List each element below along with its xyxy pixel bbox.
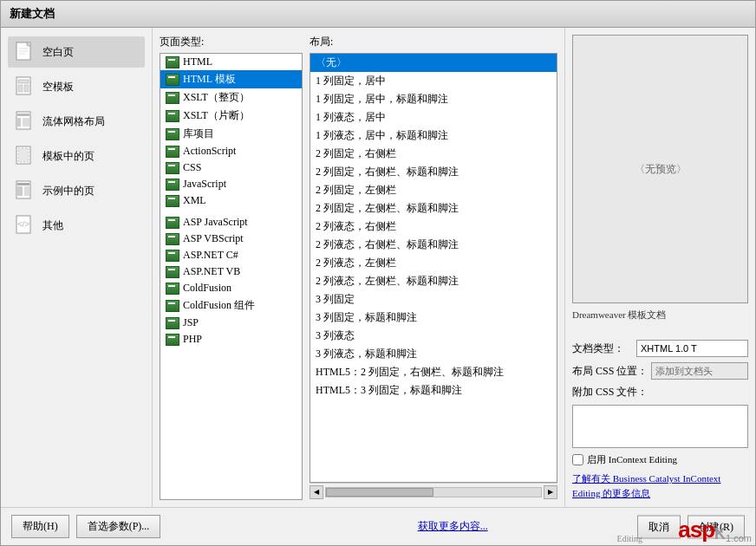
svg-rect-17	[17, 186, 23, 196]
sidebar-item-blank-page[interactable]: 空白页	[8, 36, 145, 68]
list-item-xml[interactable]: XML	[160, 192, 302, 209]
css-files-box[interactable]	[572, 405, 748, 448]
scroll-thumb[interactable]	[326, 488, 433, 497]
scroll-left-btn[interactable]: ◀	[310, 485, 323, 499]
attach-css-label: 附加 CSS 文件：	[572, 385, 648, 400]
preferences-button[interactable]: 首选参数(P)...	[76, 515, 161, 538]
incontext-label: 启用 InContext Editing	[587, 453, 677, 466]
list-item-actionscript[interactable]: ActionScript	[160, 143, 302, 159]
list-item-php[interactable]: PHP	[160, 331, 302, 348]
list-item-coldfusion[interactable]: ColdFusion	[160, 280, 302, 296]
layout-css-row: 布局 CSS 位置：	[572, 362, 748, 380]
incontext-checkbox[interactable]	[572, 454, 583, 465]
html-icon	[166, 56, 179, 68]
layout-item-4[interactable]: 1 列液态，居中，标题和脚注	[310, 127, 557, 145]
layout-1col-center-label: 1 列固定，居中	[316, 74, 386, 88]
doc-type-label: 文档类型：	[572, 341, 633, 356]
business-catalyst-link[interactable]: 了解有关 Business Catalyst InContext Editing…	[572, 471, 748, 500]
sidebar-item-page-in-template[interactable]: 模板中的页	[8, 140, 145, 172]
layout-item-9[interactable]: 2 列液态，右侧栏	[310, 218, 557, 236]
layout-item-2[interactable]: 1 列固定，居中，标题和脚注	[310, 90, 557, 108]
layout-2col-fixed-right-label: 2 列固定，右侧栏	[316, 146, 396, 161]
bottom-left-buttons: 帮助(H) 首选参数(P)...	[11, 515, 160, 538]
layout-item-13[interactable]: 3 列固定	[310, 290, 557, 309]
right-panel: 〈无预览〉 Dreamweaver 模板文档 文档类型： 布局 CSS 位置： …	[564, 28, 755, 507]
layout-2col-fixed-left-header-label: 2 列固定，左侧栏、标题和脚注	[316, 201, 459, 216]
doc-type-input[interactable]	[636, 340, 748, 357]
list-item-html[interactable]: HTML	[160, 54, 302, 70]
scroll-track[interactable]	[325, 487, 542, 497]
list-item-library[interactable]: 库项目	[160, 125, 302, 143]
bottom-bar: 帮助(H) 首选参数(P)... 获取更多内容... 取消 创建(R) Edit…	[1, 507, 755, 545]
layout-item-11[interactable]: 2 列液态，左侧栏	[310, 254, 557, 272]
layout-item-12[interactable]: 2 列液态，左侧栏、标题和脚注	[310, 272, 557, 290]
list-item-coldfusion-component[interactable]: ColdFusion 组件	[160, 296, 302, 315]
xslt-full-icon	[166, 92, 179, 104]
layout-2col-liquid-left-header-label: 2 列液态，左侧栏、标题和脚注	[316, 274, 459, 289]
scroll-right-btn[interactable]: ▶	[544, 485, 557, 499]
layout-item-3[interactable]: 1 列液态，居中	[310, 108, 557, 127]
layout-html5-2col-label: HTML5：2 列固定，右侧栏、标题和脚注	[316, 365, 504, 380]
page-type-library-label: 库项目	[183, 127, 214, 141]
layout-item-10[interactable]: 2 列液态，右侧栏、标题和脚注	[310, 236, 557, 254]
layout-2col-fixed-right-header-label: 2 列固定，右侧栏、标题和脚注	[316, 165, 459, 179]
page-types-list[interactable]: HTML HTML 模板 XSLT（整页） XSLT（片断）	[160, 53, 303, 500]
layout-3col-liquid-header-label: 3 列液态，标题和脚注	[316, 347, 417, 361]
other-icon: </>	[15, 215, 36, 236]
page-type-actionscript-label: ActionScript	[183, 145, 236, 158]
svg-rect-8	[24, 85, 29, 92]
list-item-css[interactable]: CSS	[160, 159, 302, 176]
layout-item-6[interactable]: 2 列固定，右侧栏、标题和脚注	[310, 163, 557, 181]
layout-item-18[interactable]: HTML5：3 列固定，标题和脚注	[310, 381, 557, 400]
svg-rect-11	[17, 118, 21, 127]
php-icon	[166, 334, 179, 346]
layout-list[interactable]: 〈无〉 1 列固定，居中 1 列固定，居中，标题和脚注 1 列液态，居中 1 列…	[310, 53, 557, 483]
help-button[interactable]: 帮助(H)	[11, 515, 69, 538]
page-type-xslt-fragment-label: XSLT（片断）	[183, 108, 250, 123]
page-in-sample-icon	[15, 180, 36, 201]
layout-label: 布局:	[310, 35, 557, 49]
list-item-html-template[interactable]: HTML 模板	[160, 70, 302, 88]
list-item-xslt-fragment[interactable]: XSLT（片断）	[160, 107, 302, 125]
layout-item-17[interactable]: HTML5：2 列固定，右侧栏、标题和脚注	[310, 363, 557, 381]
list-item-xslt-full[interactable]: XSLT（整页）	[160, 88, 302, 107]
layout-scrollbar[interactable]: ◀ ▶	[310, 483, 557, 500]
jsp-icon	[166, 317, 179, 329]
layout-item-15[interactable]: 3 列液态	[310, 327, 557, 345]
sidebar-item-fluid-layout[interactable]: 流体网格布局	[8, 106, 145, 137]
list-item-asp-vbs[interactable]: ASP VBScript	[160, 231, 302, 247]
new-document-dialog: 新建文档 空白页	[0, 0, 756, 546]
sidebar-item-blank-template[interactable]: 空模板	[8, 71, 145, 102]
list-item-jsp[interactable]: JSP	[160, 315, 302, 331]
layout-item-5[interactable]: 2 列固定，右侧栏	[310, 145, 557, 163]
page-type-javascript-label: JavaScript	[183, 178, 226, 191]
layout-2col-liquid-right-header-label: 2 列液态，右侧栏、标题和脚注	[316, 237, 459, 252]
sidebar-item-page-in-sample[interactable]: 示例中的页	[8, 175, 145, 206]
list-item-asp-js[interactable]: ASP JavaScript	[160, 214, 302, 231]
page-type-asp-net-vb-label: ASP.NET VB	[183, 265, 240, 278]
page-type-asp-vbs-label: ASP VBScript	[183, 232, 244, 245]
list-item-asp-net-vb[interactable]: ASP.NET VB	[160, 263, 302, 280]
layout-item-14[interactable]: 3 列固定，标题和脚注	[310, 309, 557, 327]
list-item-javascript[interactable]: JavaScript	[160, 176, 302, 192]
layout-css-label: 布局 CSS 位置：	[572, 364, 648, 379]
layout-item-8[interactable]: 2 列固定，左侧栏、标题和脚注	[310, 199, 557, 218]
page-type-css-label: CSS	[183, 161, 201, 174]
template-icon	[15, 76, 36, 97]
layout-item-7[interactable]: 2 列固定，左侧栏	[310, 181, 557, 199]
sidebar-item-other[interactable]: </> 其他	[8, 210, 145, 241]
layout-css-input[interactable]	[651, 362, 748, 380]
layout-none-label: 〈无〉	[316, 55, 347, 70]
sidebar-label-page-in-template: 模板中的页	[42, 149, 94, 164]
layout-item-16[interactable]: 3 列液态，标题和脚注	[310, 345, 557, 363]
asp-vbs-icon	[166, 233, 179, 245]
layout-item-none[interactable]: 〈无〉	[310, 54, 557, 72]
watermark-suffix: 1.com	[726, 533, 752, 543]
page-in-template-icon	[15, 146, 36, 166]
svg-text:</>: </>	[17, 219, 29, 229]
get-more-link[interactable]: 获取更多内容...	[418, 519, 488, 534]
attach-css-label-row: 附加 CSS 文件：	[572, 385, 748, 400]
layout-item-1[interactable]: 1 列固定，居中	[310, 72, 557, 90]
page-type-xslt-full-label: XSLT（整页）	[183, 90, 250, 105]
list-item-asp-net-cs[interactable]: ASP.NET C#	[160, 247, 302, 263]
